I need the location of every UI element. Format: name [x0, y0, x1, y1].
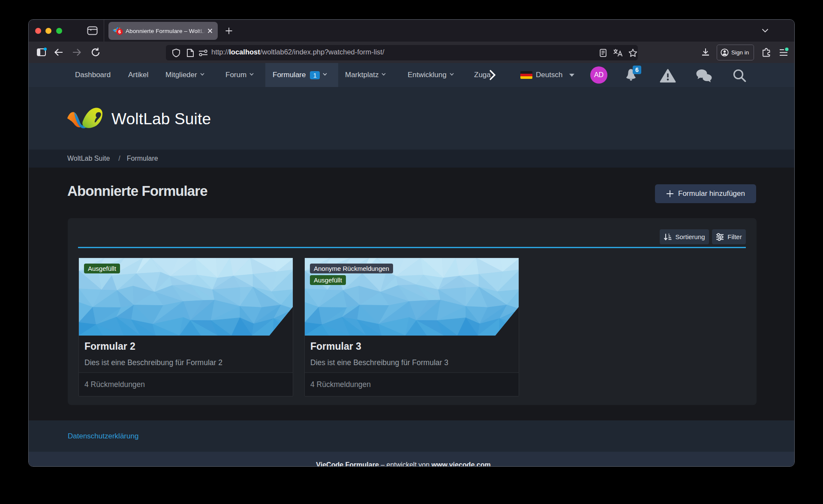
svg-text:6: 6 — [635, 66, 639, 73]
svg-text:6: 6 — [118, 29, 121, 34]
